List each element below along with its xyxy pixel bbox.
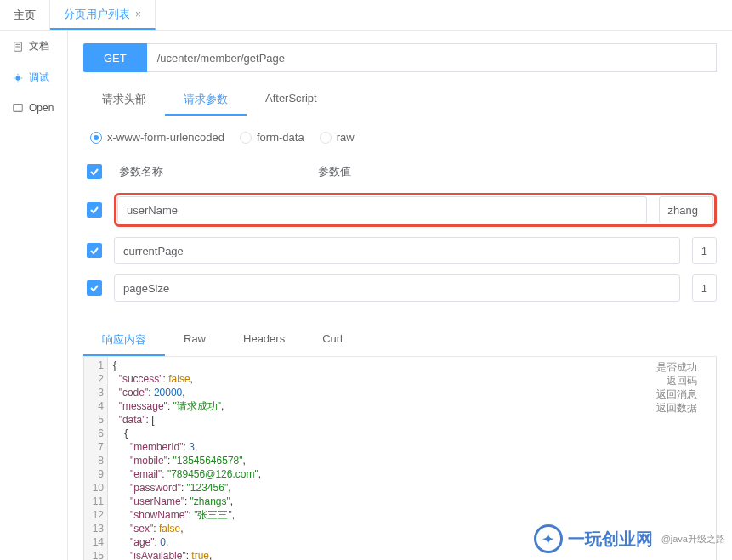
radio-icon xyxy=(320,132,332,144)
checkbox[interactable] xyxy=(87,280,102,296)
param-row: currentPage 1 xyxy=(83,232,717,269)
bug-icon xyxy=(12,72,24,84)
response-tabs: 响应内容 Raw Headers Curl xyxy=(83,325,717,357)
watermark: ✦ 一玩创业网 @java升级之路 xyxy=(534,524,725,553)
code-content: { "success": false, "code": 20000, "mess… xyxy=(108,357,361,560)
doc-icon xyxy=(12,41,24,53)
close-icon[interactable]: × xyxy=(135,8,141,20)
tab-label: 分页用户列表 xyxy=(64,7,130,22)
param-row: userName zhang xyxy=(83,188,717,232)
radio-raw[interactable]: raw xyxy=(320,131,355,144)
logo-icon: ✦ xyxy=(534,524,563,553)
radio-icon xyxy=(240,132,252,144)
top-tab-bar: 主页 分页用户列表 × xyxy=(0,0,732,31)
radio-icon xyxy=(90,132,102,144)
tab-curl[interactable]: Curl xyxy=(304,325,361,356)
param-value-input[interactable]: 1 xyxy=(692,274,717,302)
checkbox[interactable] xyxy=(87,243,102,258)
params-table: 参数名称 参数值 userName zhang xyxy=(83,156,717,307)
param-name-input[interactable]: currentPage xyxy=(114,237,680,264)
tab-label: 主页 xyxy=(14,8,36,23)
encoding-options: x-www-form-urlencoded form-data raw xyxy=(83,126,717,156)
sidebar-item-label: 文档 xyxy=(29,39,49,54)
request-bar: GET /ucenter/member/getPage xyxy=(83,43,717,72)
request-tabs: 请求头部 请求参数 AfterScript xyxy=(83,85,717,116)
param-name-input[interactable]: userName xyxy=(117,196,647,223)
tab-resp-headers[interactable]: Headers xyxy=(224,325,304,356)
tab-headers[interactable]: 请求头部 xyxy=(83,85,165,116)
sidebar: 文档 调试 Open xyxy=(0,31,68,560)
svg-rect-8 xyxy=(14,105,23,112)
line-gutter: 1234567891011121314151617181920212223242… xyxy=(84,357,108,560)
col-header-name: 参数名称 xyxy=(114,164,301,179)
highlighted-param: userName zhang xyxy=(114,193,717,227)
sidebar-item-label: 调试 xyxy=(29,71,49,85)
param-row: pageSize 1 xyxy=(83,269,717,307)
tab-raw[interactable]: Raw xyxy=(165,325,224,356)
checkbox-all[interactable] xyxy=(87,164,102,179)
tab-response-content[interactable]: 响应内容 xyxy=(83,325,165,356)
sidebar-item-label: Open xyxy=(29,102,54,114)
sidebar-item-docs[interactable]: 文档 xyxy=(0,31,67,62)
sidebar-item-debug[interactable]: 调试 xyxy=(0,62,67,93)
radio-formdata[interactable]: form-data xyxy=(240,131,304,144)
sidebar-item-open[interactable]: Open xyxy=(0,93,67,122)
param-value-input[interactable]: zhang xyxy=(659,196,713,223)
open-icon xyxy=(12,102,24,114)
param-value-input[interactable]: 1 xyxy=(692,237,717,264)
param-name-input[interactable]: pageSize xyxy=(114,274,680,302)
radio-urlencoded[interactable]: x-www-form-urlencoded xyxy=(90,131,224,144)
http-method-button[interactable]: GET xyxy=(83,43,147,72)
checkbox[interactable] xyxy=(87,202,102,218)
tab-afterscript[interactable]: AfterScript xyxy=(247,85,336,116)
col-header-value: 参数值 xyxy=(313,164,717,179)
url-input[interactable]: /ucenter/member/getPage xyxy=(147,43,717,72)
svg-point-3 xyxy=(15,76,20,80)
tab-paged-user-list[interactable]: 分页用户列表 × xyxy=(50,0,156,30)
tab-params[interactable]: 请求参数 xyxy=(165,85,247,116)
tab-home[interactable]: 主页 xyxy=(0,0,50,30)
